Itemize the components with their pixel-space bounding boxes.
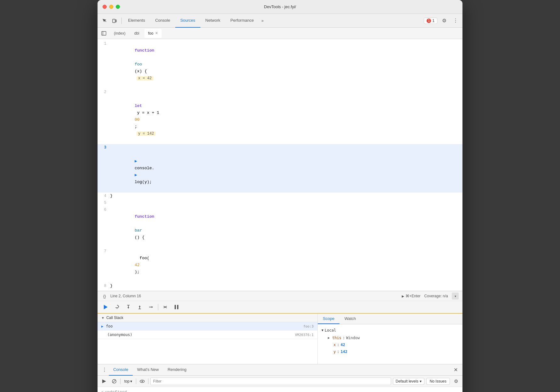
- top-toolbar: Elements Console Sources Network Perform…: [98, 14, 462, 28]
- scope-panel: Scope Watch ▼ Local ▶ this : Window: [318, 314, 462, 364]
- call-stack-item-anonymous[interactable]: (anonymous) VM20376:1: [98, 331, 317, 339]
- code-editor[interactable]: 1 function foo (x) { x = 42 2 let y = x …: [98, 39, 462, 291]
- file-tab-close-foo[interactable]: ✕: [155, 31, 158, 35]
- device-toolbar-button[interactable]: [110, 16, 119, 25]
- scope-item-y[interactable]: y : 142: [322, 348, 459, 355]
- svg-marker-6: [118, 306, 119, 307]
- minimize-button[interactable]: [109, 5, 113, 9]
- breakpoint-arrow-2: ▶: [135, 173, 137, 177]
- coverage-dropdown-button[interactable]: ▾: [452, 293, 459, 300]
- svg-rect-0: [113, 19, 115, 23]
- breakpoint-arrow-1: ▶: [135, 159, 137, 164]
- console-tab-rendering[interactable]: Rendering: [163, 364, 191, 376]
- toolbar-icons: [100, 16, 119, 25]
- console-toolbar: top ▾ Default levels ▾ No Issue: [98, 376, 462, 387]
- status-bar-left: {} Line 2, Column 16: [101, 293, 141, 299]
- console-menu-button[interactable]: ⋮: [100, 366, 109, 374]
- svg-marker-16: [152, 306, 153, 308]
- resume-button[interactable]: [101, 303, 110, 311]
- toolbar-right: 1 1 ⚙ ⋮: [424, 16, 460, 25]
- code-line-3-active: 3 ▶ console. ▶ log(y);: [98, 144, 462, 193]
- maximize-button[interactable]: [116, 5, 120, 9]
- close-button[interactable]: [103, 5, 107, 9]
- file-tab-index[interactable]: (index): [110, 29, 129, 38]
- console-area: ⋮ Console What's New Rendering ✕: [98, 364, 462, 392]
- cs-active-arrow: ▶: [101, 324, 104, 328]
- inspect-element-button[interactable]: [100, 16, 109, 25]
- clear-console-button[interactable]: [100, 377, 108, 385]
- call-stack-title: Call Stack: [106, 316, 123, 320]
- svg-rect-20: [177, 305, 178, 309]
- code-line-6: 6 function bar () {: [98, 206, 462, 248]
- step-into-button[interactable]: [124, 303, 133, 311]
- error-badge[interactable]: 1 1: [424, 18, 437, 24]
- console-context-select[interactable]: top ▾: [122, 378, 134, 384]
- sidebar-toggle-button[interactable]: [100, 30, 108, 37]
- scope-tab-watch[interactable]: Watch: [339, 314, 361, 324]
- scope-item-this[interactable]: ▶ this : Window: [322, 334, 459, 341]
- call-stack-header[interactable]: ▼ Call Stack: [98, 314, 317, 322]
- svg-point-25: [142, 381, 143, 382]
- console-tab-whats-new[interactable]: What's New: [133, 364, 163, 376]
- scope-item-x[interactable]: x : 42: [322, 341, 459, 348]
- eye-icon-button[interactable]: [138, 377, 146, 385]
- more-options-button[interactable]: ⋮: [451, 16, 460, 25]
- tab-sources[interactable]: Sources: [175, 14, 200, 28]
- pause-on-exceptions-button[interactable]: [172, 303, 181, 311]
- file-tabs-bar: (index) dbl foo ✕: [98, 28, 462, 39]
- step-out-button[interactable]: [135, 303, 144, 311]
- console-output: < undefined > bar() >: [98, 387, 462, 392]
- status-bar: {} Line 2, Column 16 ▶ ⌘+Enter Coverage:…: [98, 291, 462, 301]
- toolbar-divider: [121, 18, 122, 24]
- console-settings-button[interactable]: ⚙: [452, 377, 460, 385]
- settings-button[interactable]: ⚙: [440, 16, 449, 25]
- tab-network[interactable]: Network: [200, 14, 226, 28]
- window-title: DevTools - jec.fyi/: [264, 4, 296, 9]
- debug-toolbar: [98, 301, 462, 314]
- scope-content: ▼ Local ▶ this : Window x : 42: [318, 324, 462, 358]
- code-line-2: 2 let y = x + 1 00 ; y = 142: [98, 89, 462, 144]
- tab-elements[interactable]: Elements: [123, 14, 150, 28]
- tab-performance[interactable]: Performance: [225, 14, 259, 28]
- console-close-button[interactable]: ✕: [451, 366, 460, 374]
- pretty-print-button[interactable]: {}: [101, 293, 108, 299]
- file-tab-foo[interactable]: foo ✕: [144, 29, 162, 38]
- title-bar: DevTools - jec.fyi/: [98, 0, 462, 14]
- scope-tab-scope[interactable]: Scope: [318, 314, 339, 324]
- tab-console[interactable]: Console: [150, 14, 175, 28]
- main-tab-bar: Elements Console Sources Network Perform…: [123, 14, 424, 28]
- more-tabs-button[interactable]: »: [259, 18, 266, 23]
- console-tabs-bar: ⋮ Console What's New Rendering ✕: [98, 364, 462, 376]
- code-line-8: 8 }: [98, 283, 462, 289]
- file-tab-dbl[interactable]: dbl: [131, 29, 143, 38]
- step-button[interactable]: [147, 303, 155, 311]
- code-line-7: 7 foo( 42 );: [98, 248, 462, 283]
- coverage-text: Coverage: n/a: [424, 294, 448, 298]
- console-filter-input[interactable]: [150, 378, 391, 385]
- code-line-5: 5: [98, 199, 462, 206]
- svg-marker-4: [104, 305, 108, 309]
- collapse-arrow: ▼: [101, 316, 104, 320]
- no-icon-button[interactable]: [110, 377, 118, 385]
- svg-rect-1: [115, 20, 116, 22]
- default-levels-button[interactable]: Default levels ▾: [393, 378, 424, 385]
- scope-tabs: Scope Watch: [318, 314, 462, 324]
- code-line-1: 1 function foo (x) { x = 42: [98, 40, 462, 89]
- step-over-button[interactable]: [113, 303, 121, 311]
- run-snippet-button[interactable]: ▶ ⌘+Enter: [402, 294, 421, 298]
- traffic-lights: [103, 5, 120, 9]
- call-stack-item-foo[interactable]: ▶ foo foo:3: [98, 322, 317, 331]
- svg-rect-19: [175, 305, 176, 309]
- code-line-4: 4 }: [98, 193, 462, 199]
- devtools-window: DevTools - jec.fyi/: [98, 0, 462, 392]
- panels-row: ▼ Call Stack ▶ foo foo:3 (anonymous) VM2…: [98, 314, 462, 364]
- error-icon: 1: [427, 19, 431, 23]
- console-tab-console[interactable]: Console: [109, 364, 133, 376]
- status-bar-right: ▶ ⌘+Enter Coverage: n/a ▾: [402, 293, 459, 300]
- svg-marker-13: [139, 305, 141, 307]
- no-issues-button[interactable]: No Issues: [426, 378, 450, 385]
- scope-local-header[interactable]: ▼ Local: [322, 327, 459, 334]
- svg-marker-10: [127, 307, 129, 309]
- console-output-line-1: < undefined: [98, 388, 462, 392]
- deactivate-breakpoints-button[interactable]: [161, 303, 170, 311]
